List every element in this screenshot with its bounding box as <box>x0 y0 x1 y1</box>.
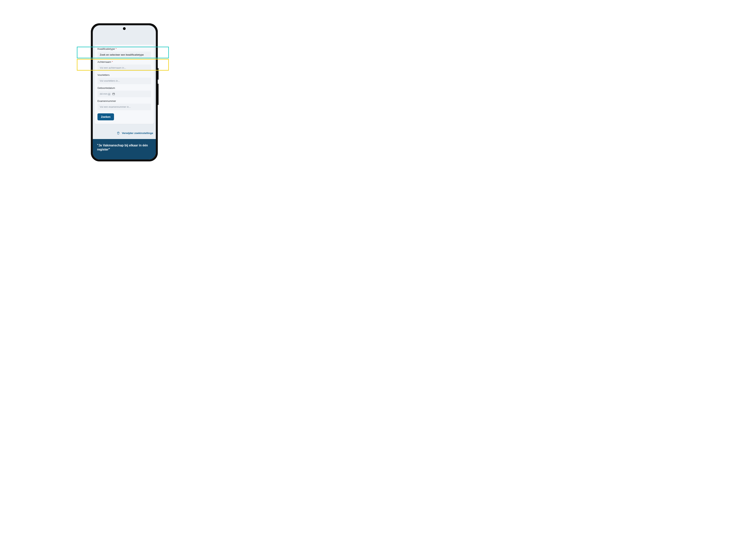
phone-frame: Kwalificatietype * Zoek en selecteer een… <box>91 23 158 161</box>
kwalificatietype-select[interactable]: Zoek en selecteer een kwalificatietype <box>98 52 151 58</box>
phone-side-button <box>158 68 158 80</box>
label-voorletters: Voorletters <box>98 74 151 76</box>
date-placeholder: dd-mm-jjjj <box>100 92 110 95</box>
field-kwalificatietype: Kwalificatietype * Zoek en selecteer een… <box>98 48 151 58</box>
achternaam-input[interactable] <box>98 64 151 71</box>
zoeken-button[interactable]: Zoeken <box>98 113 114 121</box>
field-achternaam: Achternaam * <box>98 60 151 71</box>
voorletters-input[interactable] <box>98 78 151 84</box>
geboortedatum-input[interactable]: dd-mm-jjjj <box>98 90 151 97</box>
required-marker: * <box>115 48 117 50</box>
label-examennummer: Examennummer <box>98 100 151 103</box>
field-voorletters: Voorletters <box>98 74 151 84</box>
field-geboortedatum: Geboortedatum dd-mm-jjjj <box>98 86 151 97</box>
phone-side-button <box>158 84 158 105</box>
form-area: Kwalificatietype * Zoek en selecteer een… <box>93 25 156 139</box>
footer-quote: "Je Vakmanschap bij elkaar in één regist… <box>97 143 152 152</box>
trash-icon <box>117 131 120 135</box>
label-achternaam: Achternaam * <box>98 60 151 63</box>
phone-screen: Kwalificatietype * Zoek en selecteer een… <box>93 25 156 159</box>
label-kwalificatietype: Kwalificatietype * <box>98 48 151 50</box>
screen-content: Kwalificatietype * Zoek en selecteer een… <box>93 25 156 159</box>
page-footer: "Je Vakmanschap bij elkaar in één regist… <box>93 139 156 159</box>
calendar-icon <box>112 92 115 95</box>
clear-settings-link[interactable]: Verwijder zoekinstellinge <box>122 132 153 135</box>
clear-settings-row: Verwijder zoekinstellinge <box>95 131 154 135</box>
phone-camera <box>123 27 126 30</box>
required-marker: * <box>112 60 113 63</box>
label-text: Kwalificatietype <box>98 48 115 50</box>
label-geboortedatum: Geboortedatum <box>98 86 151 89</box>
field-examennummer: Examennummer <box>98 100 151 110</box>
label-text: Achternaam <box>98 60 111 63</box>
search-form-card: Kwalificatietype * Zoek en selecteer een… <box>95 45 154 124</box>
examennummer-input[interactable] <box>98 104 151 110</box>
svg-rect-0 <box>113 93 115 95</box>
